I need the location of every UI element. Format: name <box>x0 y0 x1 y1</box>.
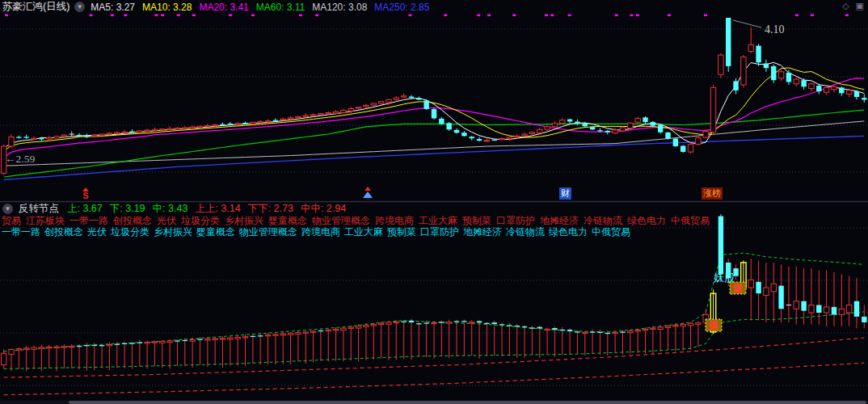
concept-tag[interactable]: 光伏 <box>157 215 176 226</box>
indicator-field: 中中: 2.94 <box>301 203 346 214</box>
concept-tag[interactable]: 绿色电力 <box>549 226 588 238</box>
concept-tag[interactable]: 贸易 <box>2 215 21 226</box>
ma250-line <box>4 136 865 179</box>
main-candles <box>1 18 866 175</box>
indicator-field: 中: 3.43 <box>153 203 188 214</box>
ma60-line <box>4 110 865 177</box>
concept-tag[interactable]: 创投概念 <box>44 226 83 238</box>
concept-tags-row-red: 贸易江苏板块一带一路创投概念光伏垃圾分类乡村振兴婴童概念物业管理概念跨境电商工业… <box>2 215 714 226</box>
concept-tag[interactable]: 创投概念 <box>113 215 152 226</box>
concept-tag[interactable]: 乡村振兴 <box>225 215 263 226</box>
concept-tag[interactable]: 跨境电商 <box>375 215 414 226</box>
ma5-line <box>4 62 865 148</box>
chevron-down-icon[interactable]: ▼ <box>74 2 85 12</box>
buy-signal-marker <box>361 187 374 198</box>
sell-signal-marker: S <box>80 187 91 200</box>
pane-corner-icons: ◇ ▣ <box>842 1 864 11</box>
concept-tag[interactable]: 冷链物流 <box>584 215 622 226</box>
gainers-list-badge[interactable]: 涨榜 <box>702 187 723 200</box>
scrollbar-thumb[interactable] <box>69 401 866 404</box>
concept-tag[interactable]: 地摊经济 <box>463 226 502 238</box>
horizontal-scrollbar[interactable] <box>0 401 868 404</box>
ma-legend-items: MA5: 3.27MA10: 3.28MA20: 3.41MA60: 3.11M… <box>91 2 436 13</box>
ma-legend-item: MA10: 3.28 <box>142 2 192 13</box>
concept-tag[interactable]: 垃圾分类 <box>181 215 220 226</box>
concept-tag[interactable]: 工业大麻 <box>419 215 457 226</box>
bao-label: 爆 <box>732 283 743 294</box>
indicator-field: 上: 3.67 <box>67 203 103 214</box>
concept-tag[interactable]: 物业管理概念 <box>239 226 297 238</box>
concept-tag[interactable]: 绿色电力 <box>627 215 666 226</box>
trading-terminal-window: 4.10←2.59妖股爆爆 苏豪汇鸿(日线) ▼ MA5: 3.27MA10: … <box>0 0 868 404</box>
concept-tag[interactable]: 中俄贸易 <box>671 215 710 226</box>
chevron-down-icon[interactable]: ▼ <box>2 204 13 214</box>
ma-legend-item: MA20: 3.41 <box>199 2 248 13</box>
stock-title: 苏豪汇鸿(日线) <box>2 0 70 14</box>
concept-tag[interactable]: 光伏 <box>87 226 107 238</box>
concept-tag[interactable]: 婴童概念 <box>196 226 235 238</box>
diamond-icon[interactable]: ◇ <box>842 1 849 11</box>
indicator-name: 反转节点 <box>19 202 59 216</box>
blue-triangle-icon <box>363 191 373 198</box>
concept-tag[interactable]: 婴童概念 <box>268 215 307 226</box>
bao-label: 爆 <box>708 320 718 331</box>
start-price-label: ←2.59 <box>5 153 35 165</box>
concept-tag[interactable]: 一带一路 <box>70 215 108 226</box>
ma-legend-item: MA120: 3.08 <box>312 2 367 13</box>
indicator-field: 上上: 3.14 <box>195 203 240 214</box>
concept-tag[interactable]: 预制菜 <box>387 226 416 238</box>
support-line-2 <box>4 363 865 394</box>
ma-legend-item: MA5: 3.27 <box>91 2 135 13</box>
concept-tag[interactable]: 跨境电商 <box>301 226 340 238</box>
ma-legend-item: MA60: 3.11 <box>256 2 305 13</box>
peak-price-label: 4.10 <box>765 23 785 36</box>
ma-legend-item: MA250: 2.85 <box>374 2 429 13</box>
concept-tag[interactable]: 物业管理概念 <box>312 215 370 226</box>
concept-tag[interactable]: 一带一路 <box>2 226 40 238</box>
concept-tag[interactable]: 口罩防护 <box>496 215 535 226</box>
finance-news-badge[interactable]: 财 <box>559 187 571 200</box>
concept-tag[interactable]: 垃圾分类 <box>111 226 150 238</box>
concept-tags-row-cyan: 一带一路创投概念光伏垃圾分类乡村振兴婴童概念物业管理概念跨境电商工业大麻预制菜口… <box>2 226 634 238</box>
ma120-line <box>4 121 865 166</box>
main-chart-legend: 苏豪汇鸿(日线) ▼ MA5: 3.27MA10: 3.28MA20: 3.41… <box>2 0 436 14</box>
concept-tag[interactable]: 地摊经济 <box>540 215 579 226</box>
indicator-values: 上: 3.67下: 3.19中: 3.43上上: 3.14下下: 2.73中中:… <box>67 202 353 216</box>
sell-signal-label: S <box>80 191 91 200</box>
concept-tag[interactable]: 江苏板块 <box>26 215 65 226</box>
panel-icon[interactable]: ▣ <box>856 1 864 11</box>
concept-tag[interactable]: 口罩防护 <box>420 226 459 238</box>
concept-tag[interactable]: 预制菜 <box>462 215 491 226</box>
concept-tag[interactable]: 冷链物流 <box>506 226 545 238</box>
red-triangle-icon <box>364 187 371 191</box>
indicator-field: 下下: 2.73 <box>248 203 293 214</box>
magenta-signal-dots <box>5 15 849 17</box>
indicator-field: 下: 3.19 <box>110 203 145 214</box>
concept-tag[interactable]: 工业大麻 <box>344 226 383 238</box>
concept-tag[interactable]: 乡村振兴 <box>154 226 192 238</box>
concept-tag[interactable]: 中俄贸易 <box>592 226 630 238</box>
indicator-header: ▼ 反转节点 上: 3.67下: 3.19中: 3.43上上: 3.14下下: … <box>2 202 353 215</box>
yaogu-label: 妖股 <box>714 271 735 284</box>
